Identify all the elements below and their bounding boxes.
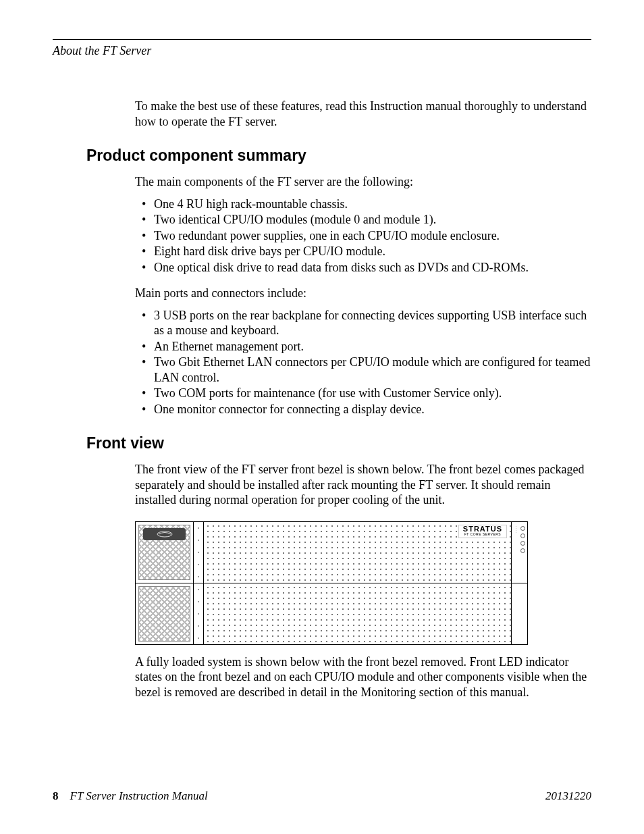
ports-list: 3 USB ports on the rear backplane for co… [135,308,591,417]
drive-badge-icon [143,528,186,540]
ports-lead: Main ports and connectors include: [135,286,591,301]
footer-title: FT Server Instruction Manual [70,789,208,802]
vent-strip [194,522,204,583]
front-view-para-1: The front view of the FT server front be… [135,462,591,508]
led-indicator-icon [520,533,525,538]
front-bezel-figure: STRATUS FT CORE SERVERS · · · · [135,521,591,645]
heading-front-view: Front view [86,434,591,452]
optical-drive-bay [136,583,194,644]
components-list: One 4 RU high rack-mountable chassis. Tw… [135,197,591,276]
components-lead: The main components of the FT server are… [135,174,591,190]
running-head: About the FT Server [53,44,591,58]
led-panel-empty [511,583,527,644]
top-rule [53,39,591,40]
module-row-1 [136,583,527,644]
brand-plate: STRATUS FT CORE SERVERS [458,525,507,538]
list-item: An Ethernet management port. [135,339,591,355]
module-row-0: STRATUS FT CORE SERVERS · · · · [136,522,527,583]
list-item: 3 USB ports on the rear backplane for co… [135,308,591,338]
heading-product-component-summary: Product component summary [86,147,591,165]
intro-paragraph: To make the best use of these features, … [135,99,591,129]
led-indicator-icon [520,548,525,553]
front-grille [204,583,511,644]
led-panel: · · · · [511,522,527,583]
list-item: Eight hard disk drive bays per CPU/IO mo… [135,244,591,259]
page-footer: 8 FT Server Instruction Manual 20131220 [53,789,591,803]
list-item: One optical disk drive to read data from… [135,260,591,276]
list-item: One 4 RU high rack-mountable chassis. [135,197,591,212]
led-indicator-icon [520,526,525,531]
list-item: Two redundant power supplies, one in eac… [135,228,591,244]
page-number: 8 [53,789,59,802]
led-indicator-icon [520,541,525,546]
front-view-para-2: A fully loaded system is shown below wit… [135,654,591,700]
optical-drive-bay [136,522,194,583]
brand-subtitle: FT CORE SERVERS [463,533,502,536]
front-grille: STRATUS FT CORE SERVERS [204,522,511,583]
list-item: Two Gbit Ethernet LAN connectors per CPU… [135,355,591,385]
list-item: Two identical CPU/IO modules (module 0 a… [135,212,591,228]
footer-date: 20131220 [545,789,591,803]
list-item: One monitor connector for connecting a d… [135,402,591,417]
list-item: Two COM ports for maintenance (for use w… [135,386,591,401]
brand-name: STRATUS [463,525,502,533]
vent-strip [194,583,204,644]
